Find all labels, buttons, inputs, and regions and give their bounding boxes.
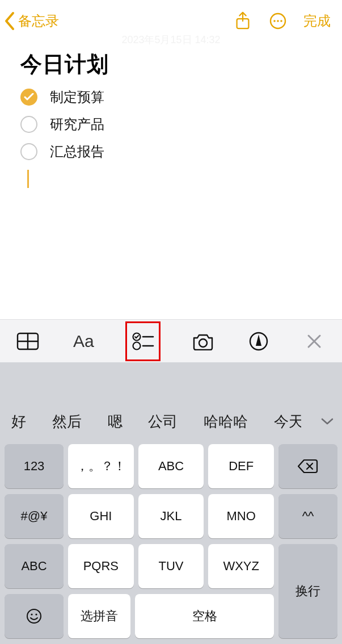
format-toolbar: Aa [0, 319, 342, 362]
key-emoji[interactable] [5, 594, 64, 638]
key-pqrs[interactable]: PQRS [68, 544, 134, 588]
key-numbers[interactable]: 123 [5, 444, 64, 488]
todo-text[interactable]: 汇总报告 [50, 143, 104, 161]
key-tuv[interactable]: TUV [138, 544, 204, 588]
checkbox-checked-icon[interactable] [20, 89, 37, 106]
keyboard: 好 然后 嗯 公司 哈哈哈 今天 123 ，。？！ ABC DEF #@¥ [0, 362, 342, 644]
svg-point-8 [133, 333, 141, 340]
markup-button[interactable] [245, 328, 272, 355]
key-symbols[interactable]: #@¥ [5, 494, 64, 538]
prediction-word[interactable]: 今天 [271, 412, 301, 432]
key-punct[interactable]: ，。？！ [68, 444, 134, 488]
key-ghi[interactable]: GHI [68, 494, 134, 538]
checklist-button[interactable] [125, 321, 161, 361]
svg-point-3 [277, 20, 279, 22]
text-format-button[interactable]: Aa [70, 328, 97, 355]
chevron-down-icon[interactable] [320, 417, 334, 426]
chevron-left-icon [3, 11, 16, 31]
key-return[interactable]: 换行 [278, 544, 337, 638]
key-def[interactable]: DEF [208, 444, 274, 488]
prediction-word[interactable]: 哈哈哈 [200, 412, 251, 432]
back-button[interactable]: 备忘录 [3, 11, 59, 31]
table-button[interactable] [14, 328, 41, 355]
camera-button[interactable] [189, 328, 217, 355]
key-grid: 123 ，。？！ ABC DEF #@¥ GHI JKL MNO ^^ ABC [0, 444, 342, 644]
svg-point-12 [199, 339, 207, 347]
key-face[interactable]: ^^ [278, 494, 337, 538]
done-button[interactable]: 完成 [303, 12, 331, 30]
prediction-word[interactable]: 然后 [49, 412, 85, 432]
share-icon[interactable] [233, 11, 252, 31]
svg-point-2 [273, 20, 276, 22]
prediction-bar: 好 然后 嗯 公司 哈哈哈 今天 [0, 399, 342, 444]
key-abc[interactable]: ABC [138, 444, 204, 488]
key-wxyz[interactable]: WXYZ [208, 544, 274, 588]
key-space[interactable]: 空格 [135, 594, 274, 638]
top-nav: 备忘录 完成 [0, 0, 342, 37]
svg-point-16 [35, 613, 37, 615]
prediction-word[interactable]: 好 [8, 412, 29, 432]
back-label: 备忘录 [18, 12, 59, 30]
prediction-word[interactable]: 公司 [145, 412, 181, 432]
todo-item[interactable]: 汇总报告 [20, 143, 322, 161]
close-keyboard-button[interactable] [301, 328, 328, 355]
text-cursor [27, 170, 29, 188]
todo-text[interactable]: 研究产品 [50, 115, 104, 133]
prediction-word[interactable]: 嗯 [104, 412, 126, 432]
note-timestamp: 2023年5月15日 14:32 [0, 33, 342, 43]
key-delete[interactable] [278, 444, 337, 488]
checkbox-empty-icon[interactable] [20, 143, 37, 160]
svg-point-14 [27, 609, 41, 623]
svg-rect-5 [18, 333, 38, 349]
key-pinyin[interactable]: 选拼音 [68, 594, 130, 638]
note-title[interactable]: 今日计划 [20, 50, 322, 79]
key-jkl[interactable]: JKL [138, 494, 204, 538]
checkbox-empty-icon[interactable] [20, 116, 37, 133]
note-body[interactable]: 今日计划 制定预算 研究产品 汇总报告 [0, 43, 342, 319]
svg-rect-0 [237, 19, 249, 28]
svg-point-4 [280, 20, 282, 22]
key-mno[interactable]: MNO [208, 494, 274, 538]
nav-actions: 完成 [233, 11, 331, 31]
todo-item[interactable]: 制定预算 [20, 88, 322, 106]
todo-item[interactable]: 研究产品 [20, 115, 322, 133]
svg-point-1 [271, 14, 285, 28]
svg-point-15 [31, 613, 32, 615]
key-abc-mode[interactable]: ABC [5, 544, 64, 588]
more-icon[interactable] [268, 11, 288, 31]
todo-text[interactable]: 制定预算 [50, 88, 104, 106]
svg-point-10 [133, 342, 141, 349]
svg-point-13 [250, 333, 267, 350]
